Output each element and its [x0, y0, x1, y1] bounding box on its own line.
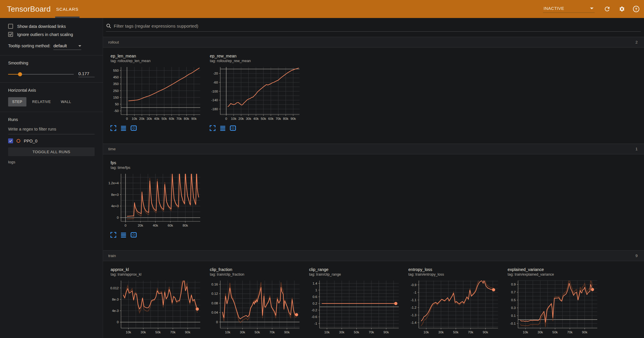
tag-sections: rollout2ep_len_meantag: rollout/ep_len_m…	[103, 37, 644, 338]
help-icon[interactable]: ?	[632, 5, 640, 13]
section-cards-train: approx_kltag: train/approx_kl0.0128e-34e…	[103, 261, 644, 338]
svg-text:50k: 50k	[552, 330, 558, 334]
dashboard-main: rollout2ep_len_meantag: rollout/ep_len_m…	[103, 18, 644, 338]
chart-tag: tag: rollout/ep_len_mean	[111, 59, 206, 63]
checkbox-icon[interactable]	[8, 24, 13, 29]
checkbox-checked-icon[interactable]	[8, 32, 13, 37]
checkbox-ignore-outliers[interactable]: Ignore outliers in chart scaling	[8, 32, 95, 37]
line-chart-ep_len_mean[interactable]: 55045035025015050-50010k20k30k40k50k60k7…	[107, 65, 202, 122]
chart-actions	[110, 232, 206, 238]
svg-text:30k: 30k	[246, 117, 251, 120]
run-row-ppo0[interactable]: PPO_0	[8, 138, 95, 143]
expand-chart-icon[interactable]	[110, 232, 117, 238]
svg-text:-1.1: -1.1	[411, 298, 416, 302]
section-header-rollout[interactable]: rollout2	[103, 37, 644, 48]
svg-text:50k: 50k	[161, 117, 167, 120]
slider-thumb[interactable]	[18, 72, 22, 76]
run-checkbox-icon[interactable]	[8, 138, 13, 143]
svg-text:0.5: 0.5	[511, 298, 516, 302]
svg-text:0.2: 0.2	[313, 302, 317, 305]
line-chart-clip_range[interactable]: 1.410.60.2-0.2-0.6-110k30k50k70k90k	[306, 279, 401, 336]
line-chart-ep_rew_mean[interactable]: -20-60-100-140-180010k20k30k40k50k60k70k…	[206, 65, 302, 122]
svg-text:70k: 70k	[170, 330, 176, 334]
tag-filter-field[interactable]	[106, 23, 641, 32]
line-chart-entropy_loss[interactable]: -0.9-1-1.1-1.2-1.3-1.410k30k50k70k90k	[405, 279, 500, 336]
app-header: TensorBoard SCALARS INACTIVE ?	[0, 0, 644, 18]
runs-filter-field[interactable]	[8, 126, 95, 134]
svg-text:20k: 20k	[139, 117, 145, 120]
gear-icon[interactable]	[618, 5, 625, 13]
tooltip-sorting-label: Tooltip sorting method:	[8, 44, 50, 48]
section-count: 2	[635, 40, 638, 44]
section-header-train[interactable]: train9	[103, 250, 644, 261]
refresh-icon[interactable]	[603, 5, 611, 13]
svg-text:0: 0	[125, 224, 126, 227]
fit-domain-icon[interactable]	[130, 232, 137, 238]
svg-text:-60: -60	[213, 81, 218, 84]
run-label: PPO_0	[24, 139, 37, 143]
fit-domain-icon[interactable]	[230, 125, 236, 131]
tab-scalars[interactable]: SCALARS	[55, 0, 80, 18]
runs-filter-input[interactable]	[8, 127, 95, 131]
svg-text:8e+3: 8e+3	[111, 193, 119, 196]
toggle-all-runs-button[interactable]: TOGGLE ALL RUNS	[8, 147, 95, 156]
run-color-circle-icon	[17, 139, 20, 143]
svg-text:50k: 50k	[354, 330, 359, 334]
chart-actions	[110, 125, 206, 131]
line-chart-approx_kl[interactable]: 0.0128e-34e-3010k30k50k70k90k	[107, 279, 202, 336]
reload-status-dropdown[interactable]: INACTIVE	[543, 6, 595, 13]
svg-text:-180: -180	[211, 107, 218, 111]
svg-text:90k: 90k	[284, 330, 290, 334]
svg-text:-20: -20	[213, 72, 218, 75]
view-data-icon[interactable]	[219, 125, 226, 131]
chart-card-entropy_loss: entropy_losstag: train/entropy_loss-0.9-…	[405, 267, 504, 338]
axis-option-step[interactable]: STEP	[8, 97, 26, 106]
active-tab-indicator	[55, 17, 80, 18]
svg-text:0: 0	[225, 117, 227, 120]
chart-actions	[209, 125, 305, 131]
section-header-time[interactable]: time1	[103, 144, 644, 154]
svg-text:50k: 50k	[453, 330, 459, 334]
svg-text:30k: 30k	[438, 330, 444, 334]
line-chart-explained_variance[interactable]: 0.90.70.50.30.1-0.110k30k50k70k90k	[504, 279, 599, 336]
axis-option-wall[interactable]: WALL	[57, 97, 75, 106]
tooltip-sorting-dropdown[interactable]: default	[53, 43, 81, 50]
chart-card-clip_fraction: clip_fractiontag: train/clip_fraction0.1…	[206, 267, 305, 338]
svg-text:-100: -100	[211, 90, 218, 93]
svg-text:70k: 70k	[567, 330, 573, 334]
svg-text:-1.3: -1.3	[411, 313, 416, 317]
expand-chart-icon[interactable]	[110, 125, 117, 131]
chart-card-explained_variance: explained_variancetag: train/explained_v…	[504, 267, 603, 338]
expand-chart-icon[interactable]	[209, 125, 216, 131]
svg-text:30k: 30k	[240, 330, 245, 334]
svg-text:8e-3: 8e-3	[112, 298, 119, 301]
chart-card-ep_rew_mean: ep_rew_meantag: rollout/ep_rew_mean-20-6…	[206, 53, 305, 131]
tag-filter-input[interactable]	[114, 24, 641, 29]
chart-tag: tag: train/explained_variance	[508, 272, 603, 277]
svg-text:1: 1	[315, 288, 317, 292]
smoothing-label: Smoothing	[8, 61, 95, 65]
fit-domain-icon[interactable]	[130, 125, 137, 131]
chart-card-ep_len_mean: ep_len_meantag: rollout/ep_len_mean55045…	[107, 53, 206, 131]
logs-path-label: logs	[8, 160, 95, 164]
line-chart-clip_fraction[interactable]: 0.160.120.080.04010k30k50k70k90k	[206, 279, 302, 336]
chart-title: clip_fraction	[210, 267, 305, 272]
line-chart-fps[interactable]: 1.2e+48e+34e+30020k40k60k80k	[107, 172, 202, 229]
view-data-icon[interactable]	[120, 232, 127, 238]
view-data-icon[interactable]	[120, 125, 127, 131]
svg-text:30k: 30k	[140, 330, 146, 334]
smoothing-value[interactable]: 0.177	[78, 71, 95, 77]
svg-text:0.1: 0.1	[511, 314, 516, 317]
svg-text:40k: 40k	[253, 117, 259, 120]
svg-text:-0.2: -0.2	[311, 308, 317, 312]
svg-text:-1: -1	[314, 322, 317, 325]
checkbox-show-download-links[interactable]: Show data download links	[8, 24, 95, 29]
smoothing-slider[interactable]	[8, 74, 74, 75]
svg-text:150: 150	[113, 96, 119, 99]
svg-text:50k: 50k	[255, 330, 260, 334]
svg-text:-1.4: -1.4	[411, 321, 416, 324]
svg-text:10k: 10k	[231, 117, 237, 120]
checkbox-label: Show data download links	[17, 24, 66, 29]
svg-text:0.9: 0.9	[511, 283, 516, 286]
axis-option-relative[interactable]: RELATIVE	[28, 97, 55, 106]
